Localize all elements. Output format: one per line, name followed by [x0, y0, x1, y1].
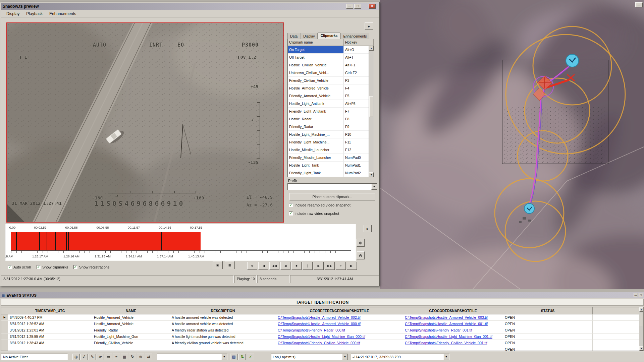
map-minimize-button[interactable]: — [635, 2, 643, 7]
geocoded-link[interactable]: C:\Temp\Snapshots\Hostile_Armored_Vehicl… [405, 322, 488, 326]
menu-enhancements[interactable]: Enhancements [46, 10, 79, 17]
events-maximize-button[interactable]: □ [639, 293, 643, 297]
loop-icon[interactable]: ↺ [247, 262, 257, 270]
auto-scroll-checkbox[interactable]: ✓ Auto scroll [8, 265, 31, 269]
coordinates-combo[interactable]: -114:21:07.017, 33:09:33.799 ▼ [351, 354, 449, 360]
events-column-header-2[interactable]: DESCRIPTION [170, 307, 276, 314]
registration-grid-icon[interactable]: ▦ [225, 261, 235, 269]
map-view[interactable] [380, 0, 644, 289]
clipmark-row[interactable]: Hostile_Armored_VehicleF4 [288, 84, 374, 92]
clipmark-hotkey-column-header[interactable]: Hot key [344, 39, 374, 46]
go-end-icon[interactable]: ▶| [347, 262, 357, 270]
clipmark-tick[interactable] [68, 232, 69, 250]
scroll-up-icon[interactable]: ▲ [639, 307, 643, 312]
geocoded-link[interactable]: C:\Temp\Snapshots\Hostile_Armored_Vehicl… [405, 315, 488, 319]
clipmark-tick[interactable] [55, 232, 56, 250]
clipmark-tick[interactable] [66, 232, 67, 250]
scroll-up-icon[interactable]: ▲ [369, 46, 374, 51]
zoom-in-icon[interactable]: ⊕ [357, 239, 365, 247]
swap-tool-icon[interactable]: ⇄ [145, 354, 152, 360]
georeferenced-link[interactable]: C:\Temp\Snapshots\Friendly_Radar_000.tif [278, 328, 345, 332]
maximize-button[interactable]: □ [354, 4, 361, 9]
show-clipmarks-checkbox[interactable]: ✓ Show clipmarks [37, 265, 68, 269]
georeferenced-link[interactable]: C:\Temp\Snapshots\Friendly_Civilian_Vehi… [278, 341, 360, 345]
clipmark-scrollbar[interactable]: ▲ ▼ [369, 46, 374, 177]
unit-marker-bottom[interactable] [524, 203, 534, 214]
window-titlebar[interactable]: Shadow.ts preview — □ × [1, 3, 379, 10]
fast-forward-icon[interactable]: ▶▶ [325, 262, 335, 270]
scrollbar-thumb[interactable] [369, 96, 373, 117]
grid-tool-icon[interactable]: ▦ [121, 354, 128, 360]
minimize-button[interactable]: — [346, 4, 353, 9]
clipmark-row[interactable]: Friendly_Light_TankNumPad2 [288, 169, 374, 177]
rectangle-tool-icon[interactable]: ▭ [105, 354, 112, 360]
geocoded-link[interactable]: C:\Temp\Snapshots\Friendly_Civilian_Vehi… [405, 341, 487, 345]
include-raw-checkbox[interactable]: ✓ Include raw video snapshot [289, 212, 339, 216]
sync-icon[interactable]: ⇅ [238, 354, 246, 360]
events-column-header-0[interactable]: TIMESTAMP_UTC [8, 307, 92, 314]
menu-display[interactable]: Display [3, 10, 22, 17]
play-icon[interactable]: ▶ [314, 262, 324, 270]
select-tool-icon[interactable]: ◎ [72, 354, 80, 360]
clipmark-row[interactable]: Hostile_Light_AntitankAlt+F6 [288, 100, 374, 108]
tab-display[interactable]: Display [301, 33, 317, 39]
stop-icon[interactable]: ■ [291, 262, 302, 270]
clipmark-row[interactable]: Unknown_Civilian_Vehi...Ctrl+F2 [288, 69, 374, 77]
include-resampled-checkbox[interactable]: ✓ Include resampled video snapshot [289, 203, 351, 207]
chevron-down-icon[interactable]: ▼ [443, 354, 449, 360]
clipmark-tick[interactable] [47, 232, 47, 250]
event-row[interactable]: 3/31/2012 1:25:55 AMHostile_Light_Machin… [1, 334, 643, 340]
geocoded-link[interactable]: C:\Temp\Snapshots\Hostile_Light_Machine_… [405, 335, 492, 339]
clipmark-row[interactable]: Friendly_Civilian_VehicleF3 [288, 77, 374, 84]
confirm-icon[interactable]: ✓ [247, 354, 254, 360]
video-viewport[interactable]: AUTO INRT EO P3000 T 1 FOV 1.2 +45 -135 … [6, 22, 284, 223]
camera-icon[interactable]: ▣ [213, 261, 223, 269]
tab-enhancements[interactable]: Enhancements [340, 33, 369, 39]
clipmark-row[interactable]: Friendly_Armored_VehicleF5 [288, 92, 374, 100]
tab-data[interactable]: Data [287, 33, 300, 39]
clipmark-row[interactable]: Friendly_Missile_LauncherNumPad0 [288, 154, 374, 162]
clipmark-row[interactable]: Hostile_RadarF8 [288, 115, 374, 123]
close-button[interactable]: × [369, 4, 376, 9]
event-row[interactable]: ▶6/4/2009 4:40:27 PMHostile_Armored_Vehi… [1, 314, 643, 321]
events-column-header-3[interactable]: GEOREFERENCEDSNAPSHOTFILE [276, 307, 403, 314]
layers-tool-icon[interactable]: ≡ [113, 354, 120, 360]
show-registrations-checkbox[interactable]: ✓ Show registrations [73, 265, 110, 269]
place-clipmark-button[interactable]: Place custom clipmark... [289, 193, 375, 200]
clipmark-row[interactable]: Friendly_Light_Machine...F11 [288, 138, 374, 146]
clipmark-row[interactable]: Friendly_RadarF9 [288, 123, 374, 131]
georeferenced-link[interactable]: C:\Temp\Snapshots\Hostile_Light_Machine_… [278, 335, 365, 339]
event-row[interactable]: 3/31/2012 1:38:43 AMFriendly_Civilian_Ve… [1, 340, 643, 346]
events-column-header-5[interactable]: STATUS [503, 307, 593, 314]
clipmark-row[interactable]: Hostile_Light_Machine_...F10 [288, 131, 374, 138]
clipmark-row[interactable]: Friendly_Light_AntitankF7 [288, 108, 374, 115]
events-scrollbar[interactable]: ▲ ▼ [639, 307, 643, 351]
jump-forward-icon[interactable]: » [336, 262, 346, 270]
polygon-tool-icon[interactable]: ▱ [97, 354, 104, 360]
measure-angle-tool-icon[interactable]: ∠ [80, 354, 88, 360]
timeline-loaded-region[interactable] [11, 232, 201, 250]
events-titlebar[interactable]: ▦ EVENTS STATUS — □ [0, 292, 644, 298]
rewind-icon[interactable]: ◀◀ [269, 262, 279, 270]
timeline-expand-button[interactable]: ► [364, 225, 372, 232]
event-row[interactable]: OPEN [1, 346, 643, 351]
event-filter-combo[interactable]: ▼ [157, 354, 227, 360]
clipmark-row[interactable]: On TargetAlt+O [288, 46, 374, 54]
clipmark-row[interactable]: Off TargetAlt+T [288, 54, 374, 61]
chevron-down-icon[interactable]: ▼ [342, 354, 348, 360]
clipmark-row[interactable]: Hostile_Light_TankNumPad1 [288, 162, 374, 169]
geocoded-link[interactable]: C:\Temp\Snapshots\Friendly_Radar_001.tif [405, 328, 472, 332]
clipmark-row[interactable]: Hostile_Civilian_VehicleAlt+F1 [288, 61, 374, 69]
georeferenced-link[interactable]: C:\Temp\Snapshots\Hostile_Armored_Vehicl… [278, 315, 361, 319]
chevron-down-icon[interactable]: ▼ [371, 184, 377, 190]
event-row[interactable]: 3/31/2012 1:26:52 AMHostile_Armored_Vehi… [1, 321, 643, 327]
clipmark-tick[interactable] [39, 232, 40, 250]
chevron-down-icon[interactable]: ▼ [221, 354, 227, 360]
event-row[interactable]: 3/31/2012 1:23:01 AMFriendly_RadarA frie… [1, 327, 643, 334]
refresh-tool-icon[interactable]: ↻ [129, 354, 136, 360]
unit-marker-top[interactable] [566, 54, 579, 67]
georeferenced-link[interactable]: C:\Temp\Snapshots\Hostile_Armored_Vehicl… [278, 322, 361, 326]
scrollbar-thumb[interactable] [640, 313, 643, 326]
add-overlay-tool-icon[interactable]: ⊕ [137, 354, 144, 360]
table-view-icon[interactable]: ▤ [230, 354, 237, 360]
